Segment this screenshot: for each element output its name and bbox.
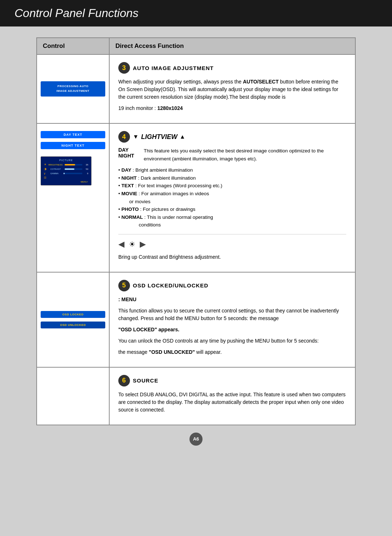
section4-title: 4 ▼ LightView ▲ xyxy=(118,131,346,143)
section5-para2: You can unlock the OSD controls at any t… xyxy=(118,337,346,345)
section6-number: 6 xyxy=(118,375,130,386)
divider xyxy=(118,234,346,234)
section4-function-cell: 4 ▼ LightView ▲ DAY NIGHT This feature l… xyxy=(109,123,355,272)
lightview-bullets: DAY : Bright ambient illumination NIGHT … xyxy=(118,166,346,229)
footer-badge: A6 xyxy=(189,433,203,446)
osd-title: PICTURE xyxy=(44,159,88,161)
section5-subtitle: : MENU xyxy=(118,296,346,303)
section3-number: 3 xyxy=(118,62,130,74)
section5-row: OSD LOCKED OSD UNLOCKED 5 OSD LOCKED/UNL… xyxy=(37,272,355,367)
section3-para: When adjusting your display settings, al… xyxy=(118,78,346,101)
contrast-icon: ◑ xyxy=(44,167,46,171)
section5-control-cell: OSD LOCKED OSD UNLOCKED xyxy=(37,272,109,367)
osd-unlocked-button[interactable]: OSD UNLOCKED xyxy=(41,322,105,328)
osd-contrast-val: 50 xyxy=(84,168,88,170)
bullet-normal: NORMAL : This is under normal operating … xyxy=(118,213,346,229)
main-table: Control Direct Access Function PROCESSIN… xyxy=(36,37,356,425)
arrow-brightness-right: ▶ xyxy=(140,240,146,249)
section4-control-cell: DAY TEXT NIGHT TEXT PICTURE ☀ BRIGHTNESS… xyxy=(37,123,109,272)
auto-image-button[interactable]: PROCESSING AUTOIMAGE ADJUSTMENT xyxy=(41,81,105,97)
section6-para: To select DSUB ANALOG, DVI DIGITAL as th… xyxy=(118,391,346,414)
osd-menu-label: MENU↑ xyxy=(44,181,88,183)
night-label: NIGHT xyxy=(118,153,144,159)
osd-brightness-bar xyxy=(65,164,82,165)
osd-gamma-fill xyxy=(64,173,65,174)
day-night-labels: DAY NIGHT xyxy=(118,147,144,163)
section4-row: DAY TEXT NIGHT TEXT PICTURE ☀ BRIGHTNESS… xyxy=(37,123,355,272)
section6-function-cell: 6 SOURCE To select DSUB ANALOG, DVI DIGI… xyxy=(109,367,355,425)
section5-para1: This function allows you to secure the c… xyxy=(118,307,346,322)
brightness-section: ◀ ☀ ▶ xyxy=(118,240,346,249)
bullet-day: DAY : Bright ambient illumination xyxy=(118,166,346,174)
section3-control-cell: PROCESSING AUTOIMAGE ADJUSTMENT xyxy=(37,54,109,123)
bullet-night: NIGHT : Dark ambient illumination xyxy=(118,174,346,182)
osd-gamma-label: GAMMA xyxy=(47,172,62,175)
brightness-desc: Bring up Contrast and Brightness adjustm… xyxy=(118,253,346,261)
osd-contrast-label: COTRAST xyxy=(48,168,63,170)
day-label: DAY xyxy=(118,147,144,153)
bullet-text: TEXT : For text images (Word processing … xyxy=(118,182,346,190)
osd-extra-row: ⊡ xyxy=(44,176,88,179)
section5-osd-locked: "OSD LOCKED" appears. xyxy=(118,326,346,334)
section3-row: PROCESSING AUTOIMAGE ADJUSTMENT 3 AUTO I… xyxy=(37,54,355,123)
section5-para3: the message "OSD UNLOCKED" will appear. xyxy=(118,348,346,356)
day-text-button[interactable]: DAY TEXT xyxy=(41,131,105,138)
osd-brightness-val: 35 xyxy=(84,164,88,166)
osd-gamma-val: 0 xyxy=(84,172,88,175)
section5-number: 5 xyxy=(118,280,130,291)
sun-icon: ☀ xyxy=(44,163,46,166)
section3-resolution: 19 inch monitor : 1280x1024 xyxy=(118,105,346,112)
bullet-photo: PHOTO : For pictures or drawings xyxy=(118,205,346,213)
osd-brightness-fill xyxy=(65,164,75,165)
osd-brightness-label: BRIGHTNESS xyxy=(48,164,63,166)
section6-control-cell xyxy=(37,367,109,425)
section6-title: 6 SOURCE xyxy=(118,375,346,386)
osd-brightness-row: ☀ BRIGHTNESS 35 xyxy=(44,163,88,166)
day-night-section: DAY NIGHT This feature lets you easily s… xyxy=(118,147,346,163)
arrow-right-icon: ▲ xyxy=(180,134,186,140)
bullet-movie: MOVIE : For animation images in videos o… xyxy=(118,190,346,205)
arrow-left-icon: ▼ xyxy=(133,134,139,140)
section6-row: 6 SOURCE To select DSUB ANALOG, DVI DIGI… xyxy=(37,367,355,425)
osd-contrast-row: ◑ COTRAST 50 xyxy=(44,167,88,171)
night-text-button[interactable]: NIGHT TEXT xyxy=(41,142,105,149)
page: Control Panel Functions Control Direct A… xyxy=(0,0,392,536)
section4-number: 4 xyxy=(118,131,130,143)
section5-function-cell: 5 OSD LOCKED/UNLOCKED : MENU This functi… xyxy=(109,272,355,367)
section3-title: 3 AUTO IMAGE ADJUSTMENT xyxy=(118,62,346,74)
header-bar: Control Panel Functions xyxy=(0,0,392,26)
col-control-header: Control xyxy=(37,38,109,54)
sun-brightness-icon: ☀ xyxy=(129,240,135,249)
osd-screen: PICTURE ☀ BRIGHTNESS 35 ◑ COTRAST xyxy=(41,156,91,185)
gamma-icon: γ xyxy=(44,172,45,175)
page-title: Control Panel Functions xyxy=(15,7,377,20)
osd-contrast-bar xyxy=(65,168,82,170)
section5-title: 5 OSD LOCKED/UNLOCKED xyxy=(118,280,346,291)
table-header-row: Control Direct Access Function xyxy=(37,38,355,54)
col-function-header: Direct Access Function xyxy=(109,38,355,54)
osd-gamma-bar xyxy=(64,173,82,174)
osd-extra-icon: ⊡ xyxy=(44,176,46,179)
day-night-desc: This feature lets you easily select the … xyxy=(144,147,346,163)
osd-contrast-fill xyxy=(65,168,74,170)
section3-function-cell: 3 AUTO IMAGE ADJUSTMENT When adjusting y… xyxy=(109,54,355,123)
arrow-brightness-left: ◀ xyxy=(118,240,124,249)
osd-locked-button[interactable]: OSD LOCKED xyxy=(41,311,105,318)
osd-gamma-row: γ GAMMA 0 xyxy=(44,172,88,175)
